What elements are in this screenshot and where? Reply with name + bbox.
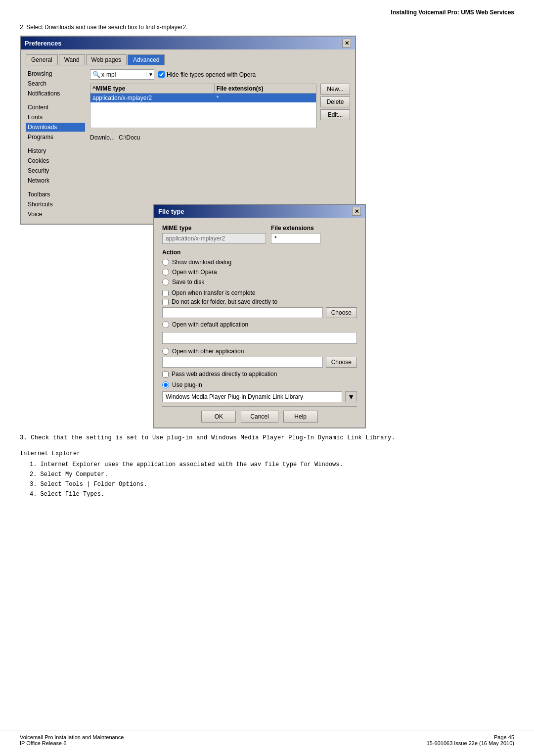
mime-type-label: MIME type bbox=[162, 225, 266, 232]
plugin-dropdown-arrow[interactable]: ▼ bbox=[345, 391, 357, 402]
sidebar-item-notifications[interactable]: Notifications bbox=[26, 89, 85, 98]
ie-item-4: 4. Select File Types. bbox=[30, 491, 514, 498]
search-input[interactable] bbox=[101, 71, 146, 78]
filetype-close-button[interactable]: ✕ bbox=[352, 207, 361, 216]
sidebar-item-downloads[interactable]: Downloads bbox=[26, 123, 85, 132]
mime-col-header: ^MIME type bbox=[90, 84, 215, 93]
mime-cell-ext: * bbox=[215, 94, 316, 102]
choose-button-1[interactable]: Choose bbox=[326, 307, 357, 318]
main-content: 2. Select Downloads and use the search b… bbox=[0, 19, 534, 511]
radio-open-opera: Open with Opera bbox=[162, 269, 357, 276]
step2-text: 2. Select Downloads and use the search b… bbox=[20, 24, 514, 31]
footer-left: Voicemail Pro Installation and Maintenan… bbox=[20, 734, 124, 746]
tab-advanced[interactable]: Advanced bbox=[128, 54, 165, 65]
footer-product: Voicemail Pro Installation and Maintenan… bbox=[20, 734, 124, 740]
tab-web-pages[interactable]: Web pages bbox=[86, 54, 127, 65]
ext-col: File extensions bbox=[271, 225, 320, 244]
hide-filetypes-checkbox[interactable] bbox=[158, 71, 165, 78]
radio-show-download-label: Show download dialog bbox=[172, 259, 231, 266]
radio-show-download-input[interactable] bbox=[162, 259, 169, 266]
preferences-close-button[interactable]: ✕ bbox=[342, 39, 351, 47]
preferences-body: General Wand Web pages Advanced Browsing… bbox=[21, 49, 355, 224]
radio-open-default: Open with default application bbox=[162, 321, 357, 328]
hide-filetypes-label: Hide file types opened with Opera bbox=[167, 71, 256, 78]
mime-cell-type: application/x-mplayer2 bbox=[90, 94, 215, 102]
cancel-button[interactable]: Cancel bbox=[241, 411, 278, 423]
sidebar-item-security[interactable]: Security bbox=[26, 166, 85, 175]
file-ext-col-header: File extension(s) bbox=[215, 84, 316, 93]
sidebar-item-programs[interactable]: Programs bbox=[26, 133, 85, 142]
mime-table-row[interactable]: application/x-mplayer2 * bbox=[90, 94, 316, 102]
radio-use-plugin-input[interactable] bbox=[162, 381, 169, 388]
search-row: 🔍 ▼ Hide file types opened with Opera bbox=[90, 69, 350, 80]
windows-area: Preferences ✕ General Wand Web pages Adv… bbox=[20, 36, 391, 428]
new-button[interactable]: New... bbox=[320, 84, 350, 94]
step3-text: 3. Check that the setting is set to Use … bbox=[20, 434, 514, 441]
radio-save-disk: Save to disk bbox=[162, 279, 357, 285]
radio-open-other-input[interactable] bbox=[162, 348, 169, 355]
footer-right: Page 45 15-601063 Issue 22e (16 May 2010… bbox=[427, 734, 514, 746]
filetype-bottom-buttons: OK Cancel Help bbox=[162, 406, 357, 423]
sidebar-item-shortcuts[interactable]: Shortcuts bbox=[26, 200, 85, 209]
no-ask-folder-checkbox[interactable] bbox=[162, 299, 169, 305]
default-app-path-box bbox=[162, 332, 357, 344]
mime-type-input[interactable] bbox=[162, 233, 266, 244]
sidebar-item-network[interactable]: Network bbox=[26, 176, 85, 185]
preferences-titlebar: Preferences ✕ bbox=[21, 37, 355, 49]
radio-save-disk-input[interactable] bbox=[162, 279, 169, 285]
radio-open-default-input[interactable] bbox=[162, 321, 169, 328]
other-app-path-row: Choose bbox=[162, 357, 357, 368]
file-ext-input[interactable] bbox=[271, 233, 320, 244]
sidebar-item-history[interactable]: History bbox=[26, 146, 85, 155]
radio-use-plugin: Use plug-in bbox=[162, 381, 357, 388]
open-complete-checkbox[interactable] bbox=[162, 290, 169, 296]
ie-item-2: 2. Select My Computer. bbox=[30, 471, 514, 478]
sidebar-item-fonts[interactable]: Fonts bbox=[26, 113, 85, 122]
sidebar-item-voice[interactable]: Voice bbox=[26, 210, 85, 219]
filetype-titlebar: File type ✕ bbox=[154, 205, 365, 218]
search-dropdown-arrow[interactable]: ▼ bbox=[146, 72, 153, 77]
mime-ext-row: MIME type File extensions bbox=[162, 225, 357, 244]
other-app-path-input[interactable] bbox=[162, 357, 323, 368]
delete-button[interactable]: Delete bbox=[320, 96, 350, 107]
edit-button[interactable]: Edit... bbox=[320, 109, 350, 120]
sidebar-item-content[interactable]: Content bbox=[26, 103, 85, 112]
tab-wand[interactable]: Wand bbox=[59, 54, 85, 65]
search-icon: 🔍 bbox=[92, 71, 100, 78]
ie-heading: Internet Explorer bbox=[20, 450, 514, 457]
save-path-input[interactable] bbox=[162, 307, 323, 318]
action-label: Action bbox=[162, 249, 357, 256]
ie-item-3: 3. Select Tools | Folder Options. bbox=[30, 481, 514, 488]
sidebar-item-search[interactable]: Search bbox=[26, 79, 85, 88]
save-path-row: Choose bbox=[162, 307, 357, 318]
preferences-tabs: General Wand Web pages Advanced bbox=[26, 54, 350, 65]
checkbox-pass-web: Pass web address directly to application bbox=[162, 371, 357, 378]
filetype-window: File type ✕ MIME type File extensions bbox=[153, 204, 366, 428]
pass-web-label: Pass web address directly to application bbox=[172, 371, 277, 378]
page-footer: Voicemail Pro Installation and Maintenan… bbox=[0, 730, 534, 746]
preferences-inner: Browsing Search Notifications Content Fo… bbox=[26, 69, 350, 219]
preferences-title: Preferences bbox=[25, 40, 61, 47]
plugin-row: ▼ bbox=[162, 391, 357, 402]
sidebar-item-toolbars[interactable]: Toolbars bbox=[26, 190, 85, 199]
help-button[interactable]: Help bbox=[283, 411, 318, 423]
radio-use-plugin-label: Use plug-in bbox=[172, 381, 202, 388]
tab-general[interactable]: General bbox=[26, 54, 58, 65]
radio-open-opera-input[interactable] bbox=[162, 269, 169, 276]
open-complete-label: Open when transfer is complete bbox=[172, 289, 255, 296]
downlo-label: Downlo... bbox=[90, 134, 115, 141]
plugin-input[interactable] bbox=[162, 391, 342, 402]
sidebar-item-browsing[interactable]: Browsing bbox=[26, 69, 85, 78]
radio-open-opera-label: Open with Opera bbox=[172, 269, 217, 276]
mime-table-header: ^MIME type File extension(s) bbox=[90, 84, 316, 94]
search-box[interactable]: 🔍 ▼ bbox=[90, 69, 154, 80]
file-ext-label: File extensions bbox=[271, 225, 320, 232]
footer-release: IP Office Release 6 bbox=[20, 740, 124, 746]
mime-action-buttons: New... Delete Edit... bbox=[320, 84, 350, 120]
pass-web-checkbox[interactable] bbox=[162, 371, 169, 378]
radio-open-default-label: Open with default application bbox=[172, 321, 248, 328]
choose-button-2[interactable]: Choose bbox=[326, 357, 357, 368]
checkbox-no-ask-folder: Do not ask for folder, but save directly… bbox=[162, 298, 357, 305]
ok-button[interactable]: OK bbox=[201, 411, 236, 423]
sidebar-item-cookies[interactable]: Cookies bbox=[26, 156, 85, 165]
